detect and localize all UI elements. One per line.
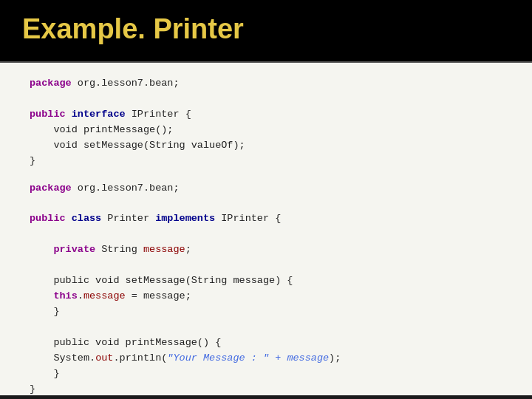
content-area: package org.lesson7.bean; public interfa… <box>0 63 532 395</box>
code-block-1: package org.lesson7.bean; public interfa… <box>30 76 510 169</box>
header: Example. Printer <box>0 0 532 63</box>
code-block-2: package org.lesson7.bean; public class P… <box>30 181 510 395</box>
spacer-1 <box>30 169 510 181</box>
page-title: Example. Printer <box>22 13 244 44</box>
